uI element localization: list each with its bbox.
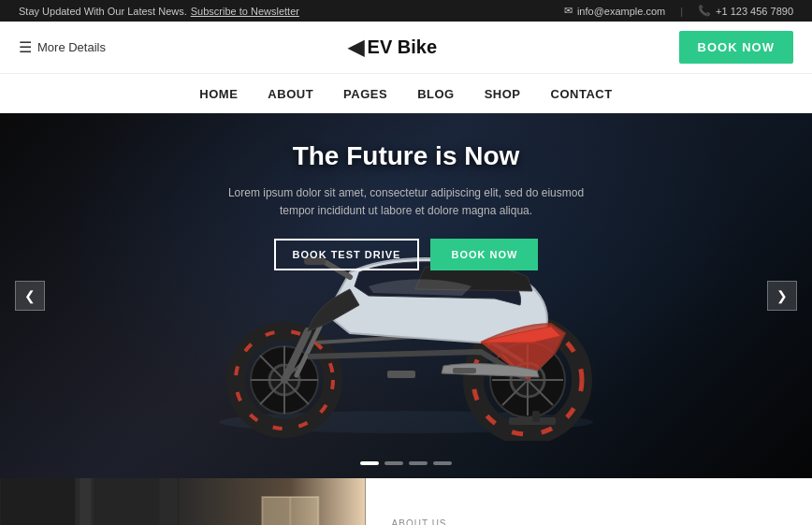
slider-dots — [360, 461, 452, 465]
notice-text: Stay Updated With Our Latest News. — [19, 6, 187, 17]
email-info: ✉ info@example.com — [564, 5, 665, 17]
svg-rect-24 — [532, 411, 540, 422]
svg-rect-28 — [94, 478, 159, 525]
menu-toggle[interactable]: ☰ More Details — [19, 38, 106, 56]
email-text: info@example.com — [577, 6, 665, 17]
about-image — [0, 478, 366, 525]
svg-rect-29 — [164, 478, 175, 525]
hero-description: Lorem ipsum dolor sit amet, consectetur … — [219, 184, 593, 220]
phone-info: 📞 +1 123 456 7890 — [698, 5, 793, 17]
top-bar-notice: Stay Updated With Our Latest News. Subsc… — [19, 6, 299, 17]
slider-dot-3[interactable] — [409, 461, 428, 465]
slider-dot-2[interactable] — [384, 461, 403, 465]
chevron-left-icon: ❮ — [24, 288, 36, 303]
svg-rect-20 — [453, 368, 476, 373]
logo[interactable]: ◀ EV Bike — [348, 36, 437, 60]
slider-dot-4[interactable] — [433, 461, 452, 465]
top-bar-contact: ✉ info@example.com | 📞 +1 123 456 7890 — [564, 5, 793, 17]
about-image-inner — [0, 478, 366, 525]
svg-rect-26 — [0, 478, 75, 525]
svg-rect-27 — [80, 478, 91, 525]
hero-section: The Future is Now Lorem ipsum dolor sit … — [0, 113, 812, 478]
hero-title: The Future is Now — [219, 141, 593, 171]
email-icon: ✉ — [564, 5, 573, 17]
nav-pages[interactable]: PAGES — [343, 87, 387, 103]
hero-content: The Future is Now Lorem ipsum dolor sit … — [219, 141, 593, 270]
nav-about[interactable]: ABOUT — [268, 87, 313, 103]
hero-buttons: BOOK TEST DRIVE BOOK NOW — [219, 239, 593, 270]
svg-rect-19 — [387, 371, 415, 378]
book-test-drive-button[interactable]: BOOK TEST DRIVE — [274, 239, 420, 270]
phone-icon: 📞 — [698, 5, 711, 17]
main-nav: HOME ABOUT PAGES BLOG SHOP CONTACT — [0, 74, 812, 113]
book-now-button[interactable]: BOOK NOW — [430, 239, 538, 270]
nav-home[interactable]: HOME — [199, 87, 238, 103]
nav-shop[interactable]: SHOP — [485, 87, 521, 103]
slider-dot-1[interactable] — [360, 461, 379, 465]
logo-text: EV Bike — [368, 36, 437, 58]
subscribe-link[interactable]: Subscribe to Newsletter — [191, 6, 299, 17]
header: ☰ More Details ◀ EV Bike BOOK NOW — [0, 22, 812, 74]
slider-next-button[interactable]: ❯ — [767, 281, 797, 311]
about-label: ABOUT US — [392, 518, 786, 526]
chevron-right-icon: ❯ — [776, 288, 788, 303]
below-hero-section: ABOUT US Innovating the Future of Transp… — [0, 478, 812, 525]
nav-blog[interactable]: BLOG — [417, 87, 455, 103]
header-book-button[interactable]: BOOK NOW — [679, 31, 793, 64]
top-bar: Stay Updated With Our Latest News. Subsc… — [0, 0, 812, 22]
hamburger-icon: ☰ — [19, 38, 32, 56]
logo-icon: ◀ — [348, 36, 364, 60]
menu-label: More Details — [37, 40, 106, 54]
slider-prev-button[interactable]: ❮ — [15, 281, 45, 311]
nav-contact[interactable]: CONTACT — [551, 87, 613, 103]
phone-text: +1 123 456 7890 — [716, 6, 793, 17]
about-text: ABOUT US Innovating the Future of Transp… — [366, 478, 812, 525]
